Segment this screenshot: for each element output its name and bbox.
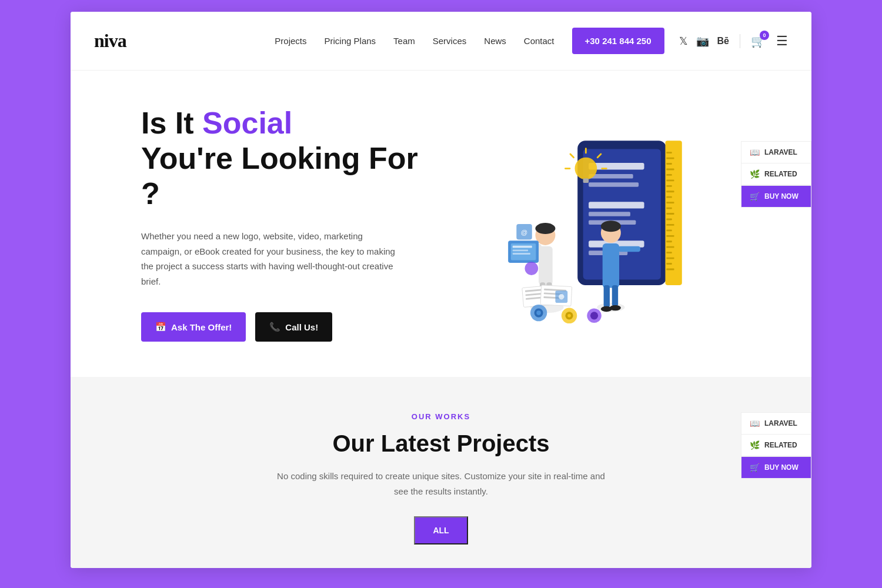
- section-description: No coding skills required to create uniq…: [276, 469, 606, 499]
- sidebar-panel-bottom: 📖 LARAVEL 🌿 RELATED 🛒 BUY NOW: [741, 412, 811, 479]
- sidebar-related-2[interactable]: 🌿 RELATED: [741, 434, 811, 456]
- sidebar-related[interactable]: 🌿 RELATED: [741, 163, 811, 185]
- logo[interactable]: niva: [94, 30, 126, 52]
- svg-point-52: [601, 220, 621, 232]
- svg-rect-16: [666, 179, 674, 181]
- laravel-icon-2: 📖: [750, 419, 760, 428]
- svg-rect-44: [513, 253, 530, 255]
- related-label-2: RELATED: [764, 441, 797, 449]
- svg-rect-55: [583, 178, 589, 183]
- nav-services[interactable]: Services: [433, 36, 467, 46]
- svg-rect-29: [666, 252, 671, 253]
- svg-rect-47: [604, 285, 610, 308]
- svg-rect-15: [666, 174, 671, 176]
- hero-buttons: 📅 Ask The Offer! 📞 Call Us!: [141, 312, 435, 342]
- svg-rect-20: [666, 202, 674, 203]
- svg-rect-22: [666, 213, 674, 215]
- svg-point-76: [590, 312, 598, 319]
- svg-rect-14: [666, 168, 674, 170]
- hero-title-line2: You're Looking For ?: [141, 141, 418, 211]
- nav-projects[interactable]: Projects: [275, 36, 306, 46]
- bottom-tab-bar: ALL: [118, 516, 764, 544]
- cart-sidebar-icon: 🛒: [750, 192, 760, 201]
- hero-title: Is It Social You're Looking For ?: [141, 106, 435, 211]
- svg-rect-21: [666, 207, 671, 209]
- svg-rect-18: [666, 191, 674, 192]
- nav-team[interactable]: Team: [393, 36, 415, 46]
- phone-button[interactable]: +30 241 844 250: [572, 28, 664, 54]
- header: niva Projects Pricing Plans Team Service…: [71, 12, 811, 71]
- hero-section: Is It Social You're Looking For ? Whethe…: [71, 71, 811, 377]
- svg-rect-3: [589, 174, 633, 179]
- svg-rect-19: [666, 196, 671, 198]
- svg-rect-2: [589, 163, 644, 169]
- svg-rect-28: [666, 246, 674, 248]
- svg-rect-32: [666, 268, 674, 270]
- svg-rect-25: [666, 229, 671, 231]
- related-label: RELATED: [764, 170, 797, 178]
- cart-badge: 0: [760, 31, 769, 40]
- laravel-icon: 📖: [750, 148, 760, 157]
- sidebar-laravel-2[interactable]: 📖 LARAVEL: [741, 412, 811, 434]
- svg-rect-53: [618, 246, 640, 251]
- buy-label-2: BUY NOW: [764, 463, 799, 472]
- hero-title-highlight: Social: [202, 106, 292, 140]
- svg-rect-23: [666, 218, 671, 220]
- cart-icon[interactable]: 🛒 0: [751, 34, 766, 48]
- svg-rect-4: [589, 182, 639, 187]
- hero-content: Is It Social You're Looking For ? Whethe…: [141, 106, 435, 342]
- cart-sidebar-icon-2: 🛒: [750, 463, 760, 472]
- svg-rect-5: [589, 202, 644, 208]
- svg-rect-26: [666, 235, 674, 237]
- svg-point-54: [575, 157, 597, 179]
- svg-rect-42: [513, 246, 532, 248]
- svg-rect-27: [666, 240, 671, 242]
- laravel-label: LARAVEL: [764, 148, 797, 156]
- laravel-label-2: LARAVEL: [764, 419, 797, 427]
- svg-point-74: [567, 314, 571, 318]
- leaf-icon: 🌿: [750, 169, 760, 179]
- svg-rect-31: [666, 263, 671, 265]
- hero-illustration: @: [435, 124, 764, 324]
- hero-description: Whether you need a new logo, website, vi…: [141, 229, 400, 289]
- nav-pricing[interactable]: Pricing Plans: [325, 36, 376, 46]
- divider: [740, 34, 740, 48]
- svg-rect-43: [513, 249, 528, 251]
- header-icons: 𝕏 📷 Bē 🛒 0 ☰: [679, 34, 788, 49]
- svg-rect-13: [666, 163, 671, 165]
- svg-point-50: [610, 305, 621, 310]
- bottom-section: OUR WORKS Our Latest Projects No coding …: [71, 377, 811, 568]
- ask-offer-label: Ask The Offer!: [171, 322, 232, 332]
- svg-point-71: [536, 310, 541, 315]
- page-wrapper: niva Projects Pricing Plans Team Service…: [71, 12, 811, 568]
- svg-rect-79: [525, 262, 539, 275]
- buy-label: BUY NOW: [764, 192, 799, 201]
- svg-rect-34: [539, 246, 553, 285]
- hero-title-line1: Is It: [141, 106, 202, 140]
- calendar-icon: 📅: [155, 322, 166, 332]
- svg-rect-17: [666, 185, 671, 187]
- call-button[interactable]: 📞 Call Us!: [255, 312, 332, 342]
- sidebar-laravel[interactable]: 📖 LARAVEL: [741, 141, 811, 163]
- svg-rect-6: [589, 212, 630, 216]
- behance-icon[interactable]: Bē: [717, 36, 729, 46]
- call-label: Call Us!: [285, 322, 318, 332]
- svg-rect-30: [666, 257, 674, 259]
- sidebar-buy[interactable]: 🛒 BUY NOW: [741, 185, 811, 208]
- all-tab[interactable]: ALL: [414, 516, 467, 544]
- sidebar-panel-top: 📖 LARAVEL 🌿 RELATED 🛒 BUY NOW: [741, 141, 811, 208]
- ask-offer-button[interactable]: 📅 Ask The Offer!: [141, 312, 246, 342]
- nav-news[interactable]: News: [484, 36, 506, 46]
- twitter-icon[interactable]: 𝕏: [679, 35, 688, 48]
- hamburger-icon[interactable]: ☰: [776, 34, 788, 49]
- section-tag: OUR WORKS: [118, 412, 764, 421]
- svg-rect-48: [612, 285, 618, 306]
- nav-contact[interactable]: Contact: [524, 36, 554, 46]
- svg-point-38: [535, 223, 555, 234]
- svg-text:@: @: [521, 229, 528, 236]
- phone-icon: 📞: [269, 322, 280, 332]
- hero-svg: @: [488, 124, 711, 324]
- instagram-icon[interactable]: 📷: [696, 35, 709, 48]
- svg-rect-46: [603, 243, 619, 288]
- sidebar-buy-2[interactable]: 🛒 BUY NOW: [741, 456, 811, 479]
